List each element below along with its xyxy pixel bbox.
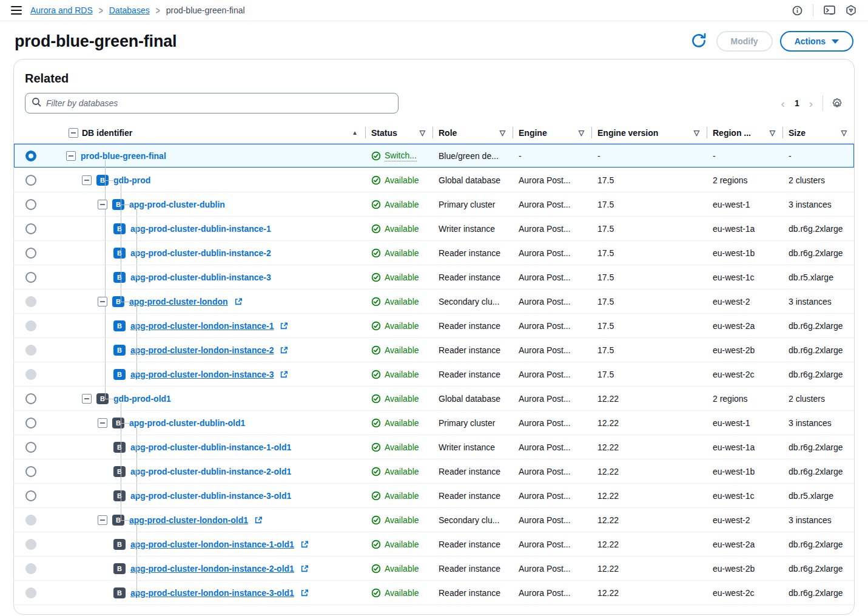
db-identifier-link[interactable]: apg-prod-cluster-dublin-old1 [129,418,245,428]
actions-button[interactable]: Actions [780,31,853,52]
table-row[interactable]: Bapg-prod-cluster-dublin-instance-1 Avai… [14,217,854,241]
db-identifier-link[interactable]: apg-prod-cluster-london-instance-2-old1 [130,564,294,574]
filter-icon[interactable]: ▽ [841,129,847,137]
chevron-right-icon[interactable]: › [808,98,814,109]
row-radio-button[interactable] [25,199,36,210]
table-row[interactable]: Bapg-prod-cluster-london-instance-1 Avai… [14,314,854,338]
table-row[interactable]: Bapg-prod-cluster-dublin-instance-1-old1… [14,435,854,459]
filter-icon[interactable]: ▽ [694,129,699,137]
db-identifier-link[interactable]: prod-blue-green-final [81,151,166,161]
db-identifier-link[interactable]: apg-prod-cluster-dublin-instance-3-old1 [130,491,291,501]
table-row[interactable]: Bgdb-prod-old1 Available Global database… [14,387,854,411]
row-radio-button[interactable] [25,151,36,161]
modify-button[interactable]: Modify [716,31,773,52]
engine-version-cell: 17.5 [591,370,707,379]
db-identifier-link[interactable]: apg-prod-cluster-london [129,297,228,306]
tree-collapse-toggle[interactable] [98,515,107,525]
gear-icon[interactable] [832,98,843,109]
row-radio-button[interactable] [25,466,36,477]
engine-version-cell: 12.22 [591,418,707,428]
status-cell: Available [365,224,432,234]
filter-icon[interactable]: ▽ [500,129,505,137]
table-row[interactable]: Bapg-prod-cluster-london-instance-3 Avai… [14,362,854,387]
column-header-size[interactable]: Size ▽ [782,122,854,143]
table-row[interactable]: Bapg-prod-cluster-london-instance-2 Avai… [14,338,854,362]
row-radio-button[interactable] [25,418,36,428]
engine-version-cell: 17.5 [591,321,707,331]
db-identifier-link[interactable]: apg-prod-cluster-london-old1 [129,515,248,525]
blue-environment-badge: B [113,320,126,331]
pagination: ‹ 1 › [780,95,843,111]
hexagon-settings-icon[interactable] [845,4,857,16]
db-identifier-link[interactable]: gdb-prod [113,175,150,185]
row-radio-button[interactable] [25,175,36,186]
db-identifier-link[interactable]: apg-prod-cluster-london-instance-2 [130,345,274,355]
filter-icon[interactable]: ▽ [770,129,775,137]
hamburger-menu-icon[interactable] [11,6,22,15]
table-row[interactable]: Bapg-prod-cluster-dublin-instance-3 Avai… [14,265,854,289]
sort-ascending-icon[interactable]: ▲ [352,129,358,136]
row-radio-button[interactable] [25,393,36,404]
db-identifier-link[interactable]: gdb-prod-old1 [113,394,171,404]
column-header-engine[interactable]: Engine ▽ [513,122,591,143]
refresh-button[interactable] [688,31,709,52]
region-cell: eu-west-1c [707,272,782,282]
table-row[interactable]: Bapg-prod-cluster-london-old1 Available … [14,508,854,532]
tree-collapse-toggle[interactable] [98,297,107,306]
tree-collapse-toggle[interactable] [98,418,107,428]
table-row[interactable]: Bapg-prod-cluster-dublin-instance-2-old1… [14,459,854,484]
engine-cell: Aurora Post... [513,224,591,234]
row-radio-button[interactable] [25,223,36,234]
row-select-cell [14,248,48,259]
row-radio-button[interactable] [25,442,36,453]
table-row[interactable]: Bapg-prod-cluster-london-instance-3-old1… [14,581,854,605]
tree-collapse-toggle[interactable] [98,200,107,209]
filter-databases-input[interactable] [46,98,392,108]
table-row[interactable]: Bapg-prod-cluster-dublin-instance-2 Avai… [14,241,854,265]
column-header-region[interactable]: Region ... ▽ [707,122,782,143]
table-row[interactable]: Bapg-prod-cluster-dublin-old1 Available … [14,411,854,435]
role-cell: Secondary clu... [432,515,513,525]
cloudshell-icon[interactable] [823,4,835,16]
column-header-status[interactable]: Status ▽ [365,122,432,143]
collapse-all-toggle[interactable] [69,128,78,138]
tree-collapse-toggle[interactable] [82,175,92,185]
db-identifier-link[interactable]: apg-prod-cluster-dublin-instance-1-old1 [130,442,291,452]
filter-icon[interactable]: ▽ [579,129,584,137]
table-row[interactable]: prod-blue-green-final Switch... Blue/gre… [14,144,854,168]
db-identifier-link[interactable]: apg-prod-cluster-dublin-instance-2-old1 [130,467,291,476]
db-identifier-link[interactable]: apg-prod-cluster-dublin-instance-2 [130,248,271,258]
region-cell: 2 regions [707,175,782,185]
row-select-cell [14,539,48,550]
tree-collapse-toggle[interactable] [82,394,92,404]
status-cell: Available [365,370,432,379]
row-radio-button[interactable] [25,490,36,501]
breadcrumb-databases[interactable]: Databases [109,5,150,15]
page-number[interactable]: 1 [795,98,799,108]
column-header-db-identifier[interactable]: DB identifier ▲ [48,122,365,143]
db-identifier-link[interactable]: apg-prod-cluster-dublin-instance-1 [130,224,271,234]
db-identifier-link[interactable]: apg-prod-cluster-london-instance-3-old1 [130,588,294,598]
filter-icon[interactable]: ▽ [420,129,425,137]
row-radio-button[interactable] [25,272,36,283]
column-header-role[interactable]: Role ▽ [432,122,513,143]
chevron-left-icon[interactable]: ‹ [780,98,786,109]
breadcrumb-aurora-rds[interactable]: Aurora and RDS [30,5,93,15]
table-row[interactable]: Bapg-prod-cluster-london-instance-2-old1… [14,557,854,581]
tree-collapse-toggle[interactable] [66,151,76,161]
row-radio-button[interactable] [25,248,36,259]
table-row[interactable]: Bapg-prod-cluster-dublin-instance-3-old1… [14,484,854,508]
db-identifier-link[interactable]: apg-prod-cluster-london-instance-1-old1 [130,540,294,549]
table-row[interactable]: Bapg-prod-cluster-dublin Available Prima… [14,192,854,217]
role-cell: Primary cluster [432,418,513,428]
table-row[interactable]: Bgdb-prod Available Global database Auro… [14,168,854,192]
info-icon[interactable] [791,4,803,16]
db-identifier-link[interactable]: apg-prod-cluster-dublin [129,200,225,209]
table-row[interactable]: Bapg-prod-cluster-london Available Secon… [14,289,854,314]
table-row[interactable]: Bapg-prod-cluster-london-instance-1-old1… [14,532,854,557]
column-header-engine-version[interactable]: Engine version ▽ [591,122,707,143]
db-identifier-link[interactable]: apg-prod-cluster-london-instance-1 [130,321,274,331]
db-identifier-link[interactable]: apg-prod-cluster-dublin-instance-3 [130,272,271,282]
region-cell: eu-west-2 [707,297,782,306]
db-identifier-link[interactable]: apg-prod-cluster-london-instance-3 [130,370,274,379]
